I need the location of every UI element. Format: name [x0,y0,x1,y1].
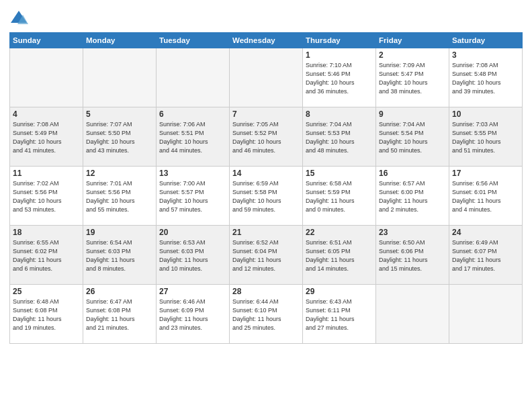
day-number: 14 [232,169,300,178]
day-number: 1 [306,50,373,60]
day-number: 5 [86,109,153,119]
day-info: Sunrise: 6:46 AMSunset: 6:09 PMDaylight:… [159,298,226,332]
calendar-cell: 25Sunrise: 6:48 AMSunset: 6:08 PMDayligh… [10,285,83,344]
day-info: Sunrise: 7:05 AMSunset: 5:52 PMDaylight:… [232,120,300,155]
day-info: Sunrise: 6:52 AMSunset: 6:04 PMDaylight:… [232,238,300,273]
calendar-cell: 18Sunrise: 6:55 AMSunset: 6:02 PMDayligh… [10,226,83,285]
day-number: 11 [13,169,80,178]
day-info: Sunrise: 7:09 AMSunset: 5:47 PMDaylight:… [379,61,446,96]
calendar-cell: 23Sunrise: 6:50 AMSunset: 6:06 PMDayligh… [376,226,449,285]
day-number: 18 [13,228,80,237]
day-info: Sunrise: 6:48 AMSunset: 6:08 PMDaylight:… [13,298,80,332]
calendar-week-row: 11Sunrise: 7:02 AMSunset: 5:56 PMDayligh… [10,167,523,226]
day-info: Sunrise: 7:01 AMSunset: 5:56 PMDaylight:… [86,179,153,214]
calendar-cell: 26Sunrise: 6:47 AMSunset: 6:08 PMDayligh… [83,285,157,344]
day-number: 8 [306,109,373,119]
calendar-cell: 7Sunrise: 7:05 AMSunset: 5:52 PMDaylight… [230,107,303,167]
calendar-cell [83,48,157,107]
calendar-cell: 12Sunrise: 7:01 AMSunset: 5:56 PMDayligh… [83,167,157,226]
logo-icon [9,9,28,28]
calendar-cell: 11Sunrise: 7:02 AMSunset: 5:56 PMDayligh… [10,167,83,226]
calendar-cell [230,48,303,107]
day-info: Sunrise: 6:58 AMSunset: 5:59 PMDaylight:… [306,179,373,214]
day-info: Sunrise: 7:04 AMSunset: 5:53 PMDaylight:… [306,120,373,155]
calendar-cell: 19Sunrise: 6:54 AMSunset: 6:03 PMDayligh… [83,226,157,285]
calendar-cell: 6Sunrise: 7:06 AMSunset: 5:51 PMDaylight… [157,107,230,167]
calendar-week-row: 18Sunrise: 6:55 AMSunset: 6:02 PMDayligh… [10,226,523,285]
header [9,7,523,28]
day-info: Sunrise: 7:03 AMSunset: 5:55 PMDaylight:… [452,120,519,155]
calendar-cell: 21Sunrise: 6:52 AMSunset: 6:04 PMDayligh… [230,226,303,285]
calendar-cell: 5Sunrise: 7:07 AMSunset: 5:50 PMDaylight… [83,107,157,167]
day-number: 7 [232,109,300,119]
day-info: Sunrise: 6:50 AMSunset: 6:06 PMDaylight:… [379,238,446,273]
day-info: Sunrise: 7:08 AMSunset: 5:49 PMDaylight:… [13,120,80,155]
day-number: 16 [379,169,446,178]
calendar-cell: 27Sunrise: 6:46 AMSunset: 6:09 PMDayligh… [157,285,230,344]
calendar-week-row: 4Sunrise: 7:08 AMSunset: 5:49 PMDaylight… [10,107,523,167]
day-number: 13 [159,169,226,178]
day-number: 19 [86,228,153,237]
calendar-cell [10,48,83,107]
calendar-cell [157,48,230,107]
day-info: Sunrise: 6:55 AMSunset: 6:02 PMDaylight:… [13,238,80,273]
day-info: Sunrise: 7:10 AMSunset: 5:46 PMDaylight:… [306,61,373,96]
calendar-cell: 16Sunrise: 6:57 AMSunset: 6:00 PMDayligh… [376,167,449,226]
calendar-cell: 20Sunrise: 6:53 AMSunset: 6:03 PMDayligh… [157,226,230,285]
calendar-cell: 2Sunrise: 7:09 AMSunset: 5:47 PMDaylight… [376,48,449,107]
day-info: Sunrise: 6:47 AMSunset: 6:08 PMDaylight:… [86,298,153,332]
day-number: 20 [159,228,226,237]
day-info: Sunrise: 6:56 AMSunset: 6:01 PMDaylight:… [452,179,519,214]
day-number: 27 [159,287,226,296]
day-info: Sunrise: 7:08 AMSunset: 5:48 PMDaylight:… [452,61,519,96]
weekday-header: Wednesday [230,33,303,48]
day-info: Sunrise: 7:06 AMSunset: 5:51 PMDaylight:… [159,120,226,155]
day-info: Sunrise: 7:00 AMSunset: 5:57 PMDaylight:… [159,179,226,214]
weekday-header: Monday [83,33,157,48]
day-number: 25 [13,287,80,296]
calendar-cell [376,285,449,344]
day-info: Sunrise: 7:02 AMSunset: 5:56 PMDaylight:… [13,179,80,214]
day-number: 22 [306,228,373,237]
day-info: Sunrise: 7:04 AMSunset: 5:54 PMDaylight:… [379,120,446,155]
calendar-cell: 22Sunrise: 6:51 AMSunset: 6:05 PMDayligh… [303,226,376,285]
day-number: 2 [379,50,446,60]
day-info: Sunrise: 6:51 AMSunset: 6:05 PMDaylight:… [306,238,373,273]
calendar-cell: 24Sunrise: 6:49 AMSunset: 6:07 PMDayligh… [449,226,523,285]
calendar-body: 1Sunrise: 7:10 AMSunset: 5:46 PMDaylight… [10,48,523,344]
calendar-cell: 14Sunrise: 6:59 AMSunset: 5:58 PMDayligh… [230,167,303,226]
day-number: 24 [452,228,519,237]
calendar-cell: 1Sunrise: 7:10 AMSunset: 5:46 PMDaylight… [303,48,376,107]
day-number: 29 [306,287,373,296]
day-info: Sunrise: 6:44 AMSunset: 6:10 PMDaylight:… [232,298,300,332]
day-info: Sunrise: 6:59 AMSunset: 5:58 PMDaylight:… [232,179,300,214]
day-number: 23 [379,228,446,237]
calendar-cell: 13Sunrise: 7:00 AMSunset: 5:57 PMDayligh… [157,167,230,226]
day-info: Sunrise: 6:49 AMSunset: 6:07 PMDaylight:… [452,238,519,273]
calendar-cell: 28Sunrise: 6:44 AMSunset: 6:10 PMDayligh… [230,285,303,344]
day-info: Sunrise: 6:53 AMSunset: 6:03 PMDaylight:… [159,238,226,273]
day-number: 9 [379,109,446,119]
calendar-cell: 17Sunrise: 6:56 AMSunset: 6:01 PMDayligh… [449,167,523,226]
calendar-week-row: 25Sunrise: 6:48 AMSunset: 6:08 PMDayligh… [10,285,523,344]
calendar-cell: 9Sunrise: 7:04 AMSunset: 5:54 PMDaylight… [376,107,449,167]
calendar-cell: 29Sunrise: 6:43 AMSunset: 6:11 PMDayligh… [303,285,376,344]
calendar-cell [449,285,523,344]
calendar-cell: 8Sunrise: 7:04 AMSunset: 5:53 PMDaylight… [303,107,376,167]
day-number: 17 [452,169,519,178]
day-number: 28 [232,287,300,296]
day-number: 26 [86,287,153,296]
day-info: Sunrise: 6:54 AMSunset: 6:03 PMDaylight:… [86,238,153,273]
day-number: 21 [232,228,300,237]
weekday-header: Tuesday [157,33,230,48]
weekday-header: Sunday [10,33,83,48]
day-number: 6 [159,109,226,119]
calendar: SundayMondayTuesdayWednesdayThursdayFrid… [9,32,523,344]
calendar-header: SundayMondayTuesdayWednesdayThursdayFrid… [10,33,523,48]
page-container: SundayMondayTuesdayWednesdayThursdayFrid… [0,0,532,411]
calendar-cell: 3Sunrise: 7:08 AMSunset: 5:48 PMDaylight… [449,48,523,107]
calendar-cell: 4Sunrise: 7:08 AMSunset: 5:49 PMDaylight… [10,107,83,167]
weekday-header: Saturday [449,33,523,48]
day-number: 10 [452,109,519,119]
logo [9,9,31,28]
